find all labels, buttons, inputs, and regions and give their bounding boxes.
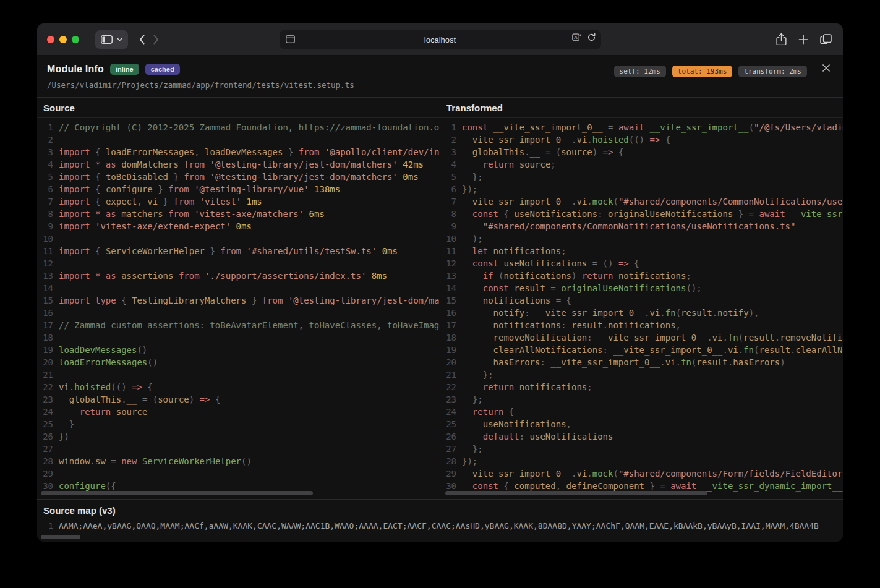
- code-text: [53, 467, 440, 480]
- sidebar-toggle-button[interactable]: [95, 30, 128, 49]
- code-token: vi: [576, 197, 587, 207]
- code-token: .: [660, 308, 665, 318]
- code-token: // Copyright (C) 2012-2025 Zammad Founda…: [59, 122, 440, 132]
- transformed-horizontal-scrollbar[interactable]: [445, 491, 707, 495]
- code-token: from: [168, 184, 194, 194]
- reload-button[interactable]: [587, 33, 596, 42]
- line-number: 2: [37, 134, 53, 146]
- code-token: hoisted: [592, 135, 629, 145]
- new-tab-button[interactable]: [798, 35, 808, 45]
- code-line: 4 return source;: [440, 158, 843, 171]
- code-token: };: [462, 370, 493, 380]
- code-text: const useNotifications = () => {: [456, 257, 843, 270]
- code-line: 1// Copyright (C) 2012-2025 Zammad Found…: [37, 121, 440, 134]
- code-token: {: [95, 184, 106, 194]
- code-text: [53, 282, 440, 294]
- svg-text:A: A: [574, 35, 578, 40]
- traffic-lights: [47, 36, 79, 43]
- code-token: .: [587, 135, 592, 145]
- code-token: removeNotification: [462, 333, 587, 343]
- code-token: useNotifications: [530, 432, 613, 441]
- code-token: __vite_ssr_import_0__: [613, 345, 722, 355]
- code-token: fn: [743, 345, 754, 355]
- source-pane: Source 1// Copyright (C) 2012-2025 Zamma…: [37, 98, 440, 499]
- transformed-pane-title: Transformed: [440, 98, 843, 118]
- code-token: (): [147, 357, 158, 367]
- code-text: import { toBeDisabled } from '@testing-l…: [53, 171, 440, 183]
- code-token: ((): [111, 382, 132, 392]
- close-window-button[interactable]: [47, 36, 54, 43]
- code-token: '@apollo/client/dev/index.js': [325, 147, 440, 157]
- code-line: 9import 'vitest-axe/extend-expect' 0ms: [37, 220, 440, 232]
- back-button[interactable]: [139, 35, 145, 45]
- close-button[interactable]: [822, 64, 831, 74]
- code-text: hasErrors: __vite_ssr_import_0__.vi.fn(r…: [456, 356, 843, 369]
- line-number: 26: [37, 430, 53, 443]
- code-text: import * as assertions from './support/a…: [53, 270, 440, 282]
- code-line: 13 if (notifications) return notificatio…: [440, 270, 843, 282]
- share-button[interactable]: [776, 33, 787, 46]
- code-token: import type: [59, 296, 121, 305]
- code-token: };: [462, 394, 483, 404]
- code-line: 22vi.hoisted(() => {: [37, 381, 440, 393]
- sourcemap-horizontal-scrollbar[interactable]: [41, 535, 80, 539]
- code-text: let notifications;: [456, 245, 843, 257]
- code-token: 'vitest': [200, 197, 241, 207]
- share-icon: [776, 33, 787, 46]
- code-token: = {: [550, 296, 571, 305]
- code-token: ): [571, 271, 582, 281]
- minimize-window-button[interactable]: [59, 36, 67, 43]
- source-horizontal-scrollbar[interactable]: [41, 491, 313, 495]
- code-token: notifications: [462, 320, 561, 330]
- forward-button[interactable]: [153, 35, 159, 45]
- code-text: import { expect, vi } from 'vitest' 1ms: [53, 195, 440, 208]
- code-token: ;: [550, 160, 555, 169]
- code-text: configure({: [53, 480, 440, 492]
- code-token: 0ms: [398, 172, 419, 182]
- code-token: vi: [728, 345, 738, 355]
- code-token: vi: [147, 197, 158, 207]
- line-number: 25: [37, 418, 53, 430]
- tab-overview-icon: [820, 34, 832, 45]
- code-token: __vite_ssr_dynamic_import__: [790, 209, 843, 219]
- code-text: [53, 257, 440, 270]
- code-text: if (notifications) return notifications;: [456, 270, 843, 282]
- code-token: let: [462, 246, 493, 256]
- code-line: 13import * as assertions from './support…: [37, 270, 440, 282]
- line-number: 22: [37, 381, 53, 393]
- line-number: 27: [440, 443, 456, 455]
- code-line: 20 hasErrors: __vite_ssr_import_0__.vi.f…: [440, 356, 843, 369]
- close-icon: [822, 64, 831, 72]
- code-text: __vite_ssr_import_0__.vi.hoisted(() => {: [456, 134, 843, 146]
- code-token: return: [462, 407, 503, 417]
- code-token: loadErrorMessages: [59, 357, 147, 367]
- code-text: "#shared/components/CommonNotifications/…: [456, 220, 843, 232]
- file-link[interactable]: './support/assertions/index.ts': [205, 271, 366, 281]
- code-token: __vite_ssr_import_0__: [550, 357, 660, 367]
- code-text: import 'vitest-axe/extend-expect' 0ms: [53, 220, 440, 232]
- code-token: ;: [587, 382, 592, 392]
- tab-overview-button[interactable]: [820, 34, 832, 45]
- line-number: 4: [440, 158, 456, 171]
- code-token: =>: [603, 147, 613, 157]
- source-code[interactable]: 1// Copyright (C) 2012-2025 Zammad Found…: [37, 118, 440, 499]
- code-token: vi: [59, 382, 69, 392]
- line-number: 11: [37, 245, 53, 257]
- code-token: "#shared/components/CommonNotifications/…: [618, 197, 843, 207]
- line-number: 15: [440, 294, 456, 307]
- fullscreen-window-button[interactable]: [72, 36, 79, 43]
- code-token: =: [603, 122, 618, 132]
- code-token: vi: [576, 469, 587, 479]
- code-text: __vite_ssr_import_0__.vi.mock("#shared/c…: [456, 467, 843, 480]
- transformed-code[interactable]: 1const __vite_ssr_import_0__ = await __v…: [440, 118, 843, 499]
- chevron-right-icon: [153, 35, 159, 45]
- code-token: 1ms: [241, 197, 262, 207]
- line-number: 9: [37, 220, 53, 232]
- sourcemap-code: 1AAMA;AAeA,yBAAG,QAAQ,MAAM;AACf,aAAW,KAA…: [37, 520, 843, 532]
- address-bar[interactable]: localhost A: [280, 30, 601, 49]
- code-token: :: [587, 333, 597, 343]
- code-line: 17// Zammad custom assertions: toBeAvata…: [37, 319, 440, 331]
- code-token: mock: [592, 469, 613, 479]
- translate-button[interactable]: A: [572, 33, 582, 42]
- code-token: =>: [132, 382, 142, 392]
